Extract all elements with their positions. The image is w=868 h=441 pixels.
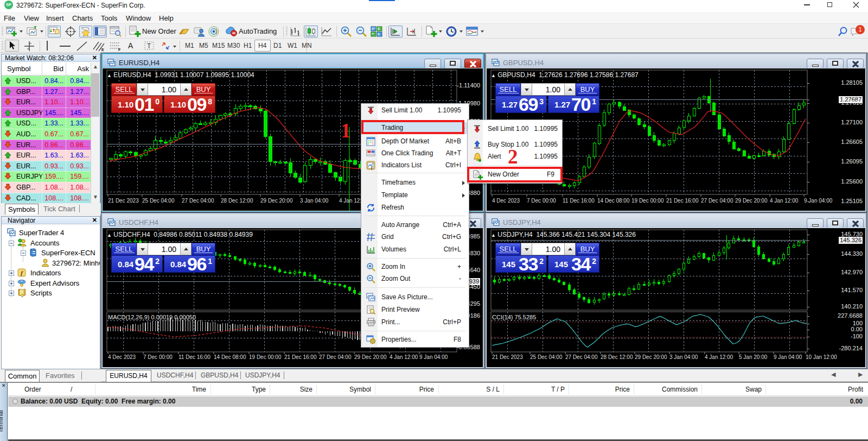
svg-text:E: E	[101, 48, 104, 52]
svg-text:T: T	[147, 42, 151, 50]
svg-text:F: F	[118, 48, 121, 52]
